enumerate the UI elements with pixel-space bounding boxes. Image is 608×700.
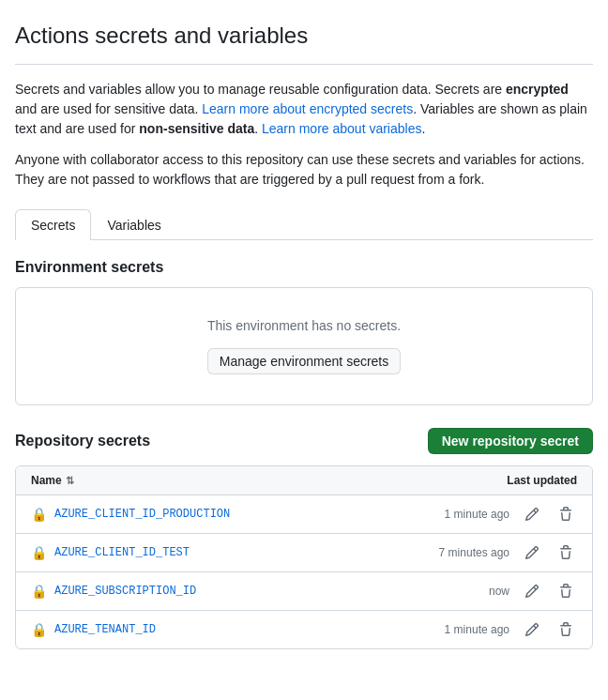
- table-header: Name ⇅ Last updated: [16, 466, 592, 495]
- lock-icon: 🔒: [31, 545, 47, 560]
- section-divider: [15, 64, 593, 65]
- edit-secret-button[interactable]: [521, 620, 543, 639]
- col-name-label: Name: [31, 474, 62, 487]
- pencil-icon: [524, 545, 540, 560]
- edit-secret-button[interactable]: [521, 543, 543, 562]
- edit-secret-button[interactable]: [521, 505, 543, 524]
- secret-right: 7 minutes ago: [439, 543, 577, 562]
- notice-text: Anyone with collaborator access to this …: [15, 150, 593, 190]
- secret-name: AZURE_CLIENT_ID_PRODUCTION: [54, 508, 230, 521]
- secrets-table: Name ⇅ Last updated 🔒 AZURE_CLIENT_ID_PR…: [15, 465, 593, 649]
- learn-more-secrets-link[interactable]: Learn more about encrypted secrets: [202, 101, 413, 116]
- tabs-container: Secrets Variables: [15, 208, 593, 240]
- description-text: Secrets and variables allow you to manag…: [15, 80, 593, 139]
- delete-secret-button[interactable]: [555, 582, 577, 601]
- delete-secret-button[interactable]: [555, 505, 577, 524]
- secret-right: 1 minute ago: [445, 505, 577, 524]
- edit-secret-button[interactable]: [521, 582, 543, 601]
- environment-secrets-title: Environment secrets: [15, 259, 593, 276]
- table-row: 🔒 AZURE_CLIENT_ID_PRODUCTION 1 minute ag…: [16, 495, 592, 534]
- secret-name: AZURE_SUBSCRIPTION_ID: [54, 585, 196, 598]
- desc1-text: Secrets and variables allow you to manag…: [15, 82, 506, 97]
- secret-updated-time: now: [489, 585, 509, 598]
- desc1-bold: encrypted: [506, 82, 569, 97]
- trash-icon: [558, 584, 573, 599]
- manage-environment-secrets-button[interactable]: Manage environment secrets: [207, 348, 402, 374]
- secret-updated-time: 7 minutes ago: [439, 546, 509, 559]
- lock-icon: 🔒: [31, 622, 47, 637]
- delete-secret-button[interactable]: [555, 543, 577, 562]
- repository-secrets-title: Repository secrets: [15, 433, 150, 449]
- desc2-end: .: [254, 121, 262, 136]
- desc2-bold: non-sensitive data: [139, 121, 254, 136]
- tab-variables[interactable]: Variables: [91, 209, 176, 240]
- repository-secrets-section: Repository secrets New repository secret…: [15, 428, 593, 649]
- trash-icon: [558, 545, 573, 560]
- secret-right: 1 minute ago: [445, 620, 577, 639]
- secret-name: AZURE_TENANT_ID: [54, 623, 156, 636]
- trash-icon: [558, 622, 573, 637]
- environment-secrets-section: Environment secrets This environment has…: [15, 259, 593, 405]
- secret-left: 🔒 AZURE_TENANT_ID: [31, 622, 156, 637]
- secret-left: 🔒 AZURE_SUBSCRIPTION_ID: [31, 584, 196, 599]
- table-header-name: Name ⇅: [31, 474, 74, 487]
- table-row: 🔒 AZURE_SUBSCRIPTION_ID now: [16, 572, 592, 611]
- table-header-updated: Last updated: [507, 474, 577, 487]
- pencil-icon: [524, 584, 540, 599]
- lock-icon: 🔒: [31, 584, 47, 599]
- secret-updated-time: 1 minute ago: [445, 623, 509, 636]
- page-title: Actions secrets and variables: [15, 23, 593, 49]
- secret-name: AZURE_CLIENT_ID_TEST: [54, 546, 190, 559]
- new-repository-secret-button[interactable]: New repository secret: [428, 428, 593, 454]
- secret-right: now: [489, 582, 577, 601]
- lock-icon: 🔒: [31, 507, 47, 522]
- repository-secrets-header: Repository secrets New repository secret: [15, 428, 593, 454]
- tab-secrets[interactable]: Secrets: [15, 209, 91, 240]
- table-row: 🔒 AZURE_CLIENT_ID_TEST 7 minutes ago: [16, 534, 592, 572]
- secret-left: 🔒 AZURE_CLIENT_ID_TEST: [31, 545, 190, 560]
- environment-secrets-empty: This environment has no secrets.: [31, 318, 577, 333]
- sort-icon[interactable]: ⇅: [66, 475, 74, 487]
- delete-secret-button[interactable]: [555, 620, 577, 639]
- pencil-icon: [524, 622, 540, 637]
- trash-icon: [558, 507, 573, 522]
- pencil-icon: [524, 507, 540, 522]
- table-row: 🔒 AZURE_TENANT_ID 1 minute ago: [16, 611, 592, 648]
- learn-more-variables-link[interactable]: Learn more about variables: [262, 121, 421, 136]
- desc1-cont: and are used for sensitive data.: [15, 101, 202, 116]
- environment-secrets-box: This environment has no secrets. Manage …: [15, 287, 593, 405]
- secret-left: 🔒 AZURE_CLIENT_ID_PRODUCTION: [31, 507, 230, 522]
- secret-updated-time: 1 minute ago: [445, 508, 509, 521]
